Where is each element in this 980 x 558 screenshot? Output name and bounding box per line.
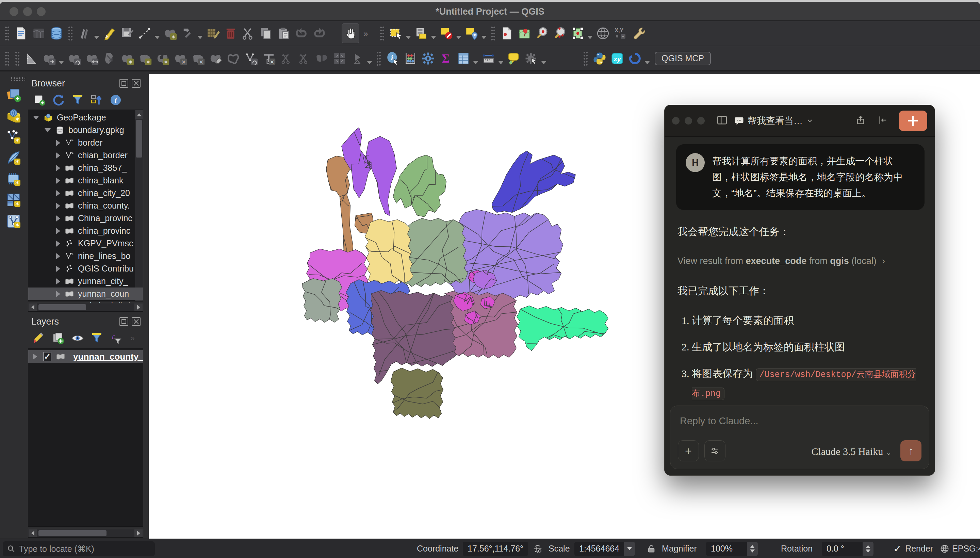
sidebar-toggle-icon[interactable] [716,114,728,127]
layers-close-icon[interactable] [132,317,141,326]
new-memory-layer-icon[interactable]: ✶ [5,171,22,187]
paste-features-button[interactable] [275,23,293,43]
filter-by-expression-icon[interactable]: ε [109,332,123,345]
tree-expand-arrow[interactable] [56,215,60,222]
tree-expand-arrow[interactable] [56,165,60,171]
metasearch-button[interactable] [594,23,612,43]
new-chat-button[interactable] [899,111,927,131]
attach-button[interactable]: + [678,440,699,461]
chat-title[interactable]: 帮我查看当… [734,115,814,127]
digitize-line-button[interactable] [136,23,154,43]
crs-indicator[interactable]: EPSG:4326 [940,544,980,553]
tree-expand-arrow[interactable] [56,291,60,297]
tree-expand-arrow[interactable] [56,266,60,272]
tree-expand-arrow[interactable] [56,228,60,234]
measure-cad-button[interactable] [23,49,40,68]
new-project-button[interactable] [12,23,30,43]
coordinate-value[interactable]: 17.56°,114.76° [463,542,528,556]
tree-item-kgpv-pvmsc[interactable]: KGPV_PVmsc [28,237,135,250]
tree-expand-arrow[interactable] [56,253,60,259]
zoom-to-extent-button[interactable] [569,23,587,43]
measure-line-button[interactable] [480,49,497,68]
scale-combo[interactable]: 1:4564664 [575,542,635,556]
new-shapefile-layer-icon[interactable]: ✶ [5,129,22,145]
run-process-button[interactable] [523,49,540,68]
undo-button[interactable] [293,23,310,43]
tools-button[interactable] [704,440,726,461]
tree-expand-arrow[interactable] [56,241,60,247]
merge-attributes-button[interactable] [331,49,348,68]
select-features-button[interactable] [387,23,405,43]
tree-expand-arrow[interactable] [33,116,39,120]
field-calculator-button[interactable] [402,49,419,68]
add-layer-icon[interactable] [5,87,22,103]
dropdown-arrow-icon[interactable] [367,61,372,64]
file-path-chip[interactable]: /Users/wsh/Desktop/云南县域面积分布.png [692,368,916,400]
dropdown-arrow-icon[interactable] [587,36,593,39]
new-3d-view-button[interactable] [516,23,534,43]
tree-item-china-3857-[interactable]: china_3857_ [28,162,135,174]
reply-composer[interactable]: Reply to Claude... + Claude 3.5 Haiku⌄ ↑ [670,405,929,469]
eraser-tool-button[interactable] [207,49,225,68]
tree-expand-arrow[interactable] [56,278,60,284]
browser-close-icon[interactable] [132,79,141,88]
new-geopackage-layer-icon[interactable]: ✶ [5,108,22,124]
layers-hscrollbar[interactable] [28,529,143,538]
tree-item-nine-lines-bo[interactable]: nine_lines_bo [28,250,135,262]
open-project-button[interactable] [30,23,48,43]
redo-button[interactable] [310,23,328,43]
filter-legend-icon[interactable] [90,332,103,345]
toggle-editing-button[interactable] [101,23,118,43]
open-attribute-table-button[interactable] [455,49,472,68]
tree-item-qgis-contribu[interactable]: QGIS Contribu [28,262,135,275]
browser-tree-vscrollbar[interactable] [135,110,143,301]
dropdown-arrow-icon[interactable] [154,36,160,39]
tree-item-border[interactable]: border [28,136,135,149]
refresh-icon[interactable] [52,93,65,107]
dropdown-arrow-icon[interactable] [197,36,203,39]
map-tips-button[interactable] [505,49,523,68]
tree-item-china-blank[interactable]: china_blank [28,174,135,187]
manage-visibility-icon[interactable] [71,332,84,345]
dropdown-arrow-icon[interactable] [473,61,478,64]
tree-expand-arrow[interactable] [56,203,60,209]
browser-float-icon[interactable] [120,79,128,88]
zoom-to-layer-button[interactable] [551,23,569,43]
rotation-spinner[interactable]: 0.0 ° [822,542,873,556]
zoom-to-selection-button[interactable] [534,23,551,43]
claude-close-button[interactable] [672,117,680,125]
style-manager-button[interactable] [76,23,93,43]
lock-icon[interactable] [647,544,656,554]
dropdown-arrow-icon[interactable] [541,61,547,64]
tree-item-yunnan-coun[interactable]: yunnan_coun [28,287,143,300]
split-features-button[interactable] [277,49,295,68]
tree-expand-arrow[interactable] [56,190,60,196]
tree-expand-arrow[interactable] [56,140,60,146]
trim-extend-button[interactable]: ✕ [260,49,277,68]
tree-item-yunnan-city-[interactable]: yunnan_city_ [28,275,135,287]
advanced-digitize-button[interactable] [179,23,197,43]
dropdown-arrow-icon[interactable] [645,61,650,64]
properties-info-icon[interactable]: i [109,93,123,107]
tree-item-china-provinc[interactable]: china_provinc [28,225,135,237]
locate-search[interactable]: Type to locate (⌘K) [3,541,155,556]
layers-float-icon[interactable] [120,317,128,326]
dropdown-arrow-icon[interactable] [94,36,99,39]
xy-plugin-button[interactable]: xy [608,49,626,68]
vertex-tool-button[interactable]: ✶ [161,23,179,43]
qgis-mcp-button[interactable]: QGIS MCP [655,52,711,65]
tree-item-chian-border[interactable]: chian_border [28,149,135,162]
tree-item-boundary-gpkg[interactable]: boundary.gpkg [28,124,135,136]
claude-minimize-button[interactable] [685,117,692,125]
statistics-panel-button[interactable]: Σ [437,49,455,68]
new-virtual-layer-icon[interactable]: ✶ [5,213,22,229]
add-layer-to-project-icon[interactable] [33,93,46,107]
claude-zoom-button[interactable] [697,117,705,125]
cut-features-button[interactable] [240,23,257,43]
select-by-location-button[interactable] [463,23,481,43]
delete-selected-button[interactable] [222,23,240,43]
processing-toolbox-button[interactable] [630,23,647,43]
fill-ring-button[interactable]: ✶ [154,49,171,68]
dropdown-arrow-icon[interactable] [456,36,461,39]
db-manager-button[interactable] [48,23,65,43]
